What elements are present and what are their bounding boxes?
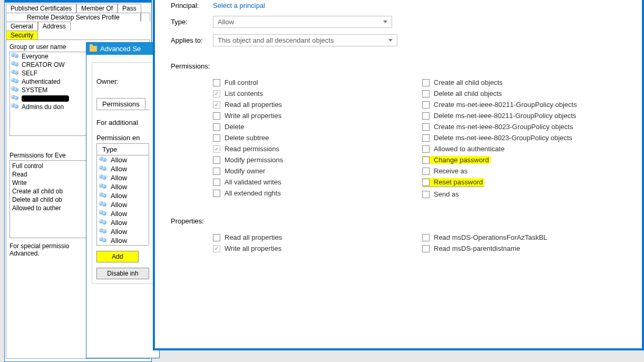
checkbox[interactable]	[422, 234, 430, 241]
users-icon	[99, 228, 108, 236]
checkbox[interactable]	[422, 90, 430, 97]
checkbox[interactable]	[213, 134, 220, 142]
checkbox[interactable]	[213, 168, 220, 175]
type-dropdown[interactable]: Allow	[213, 16, 392, 28]
permission-checkbox-row[interactable]: Modify permissions	[213, 156, 422, 164]
permission-checkbox-row[interactable]: List contents	[213, 90, 422, 97]
permission-checkbox-row[interactable]: Read msDS-OperationsForAzTaskBL	[422, 233, 631, 241]
tab-permissions[interactable]: Permissions	[96, 98, 145, 110]
checkbox-label: Write all properties	[225, 112, 281, 120]
permission-entry-row[interactable]: Allow	[97, 236, 149, 245]
checkbox[interactable]	[422, 168, 430, 175]
permission-checkbox-row[interactable]: Read msDS-parentdistname	[422, 244, 631, 252]
checkbox[interactable]	[422, 191, 430, 198]
checkbox[interactable]	[422, 145, 430, 153]
checkbox-label: Reset password	[434, 178, 483, 186]
permission-entry-row[interactable]: Allow	[97, 164, 149, 173]
permission-entry-row[interactable]: Allow	[97, 155, 149, 164]
redacted-group	[22, 95, 69, 102]
permission-checkbox-row[interactable]: Read all properties	[213, 233, 422, 241]
users-icon	[11, 70, 19, 77]
permission-checkbox-row[interactable]: Allowed to authenticate	[422, 145, 631, 153]
permission-checkbox-row[interactable]: Create ms-net-ieee-8023-GroupPolicy obje…	[422, 123, 631, 131]
users-icon	[11, 103, 19, 111]
permission-entry-row[interactable]: Allow	[97, 209, 149, 218]
applies-to-dropdown[interactable]: This object and all descendant objects	[213, 34, 397, 46]
checkbox-label: All validated writes	[225, 178, 281, 186]
permission-entry-row[interactable]: Allow	[97, 218, 149, 227]
checkbox[interactable]	[422, 123, 430, 131]
tab-security[interactable]: Security	[6, 31, 38, 40]
checkbox-label: Read msDS-parentdistname	[434, 244, 520, 252]
permission-entries-grid[interactable]: Type AllowAllowAllowAllowAllowAllowAllow…	[96, 143, 149, 246]
checkbox[interactable]	[213, 79, 220, 86]
checkbox[interactable]	[213, 145, 220, 153]
permission-checkbox-row[interactable]: Delete ms-net-ieee-80211-GroupPolicy obj…	[422, 112, 631, 120]
checkbox[interactable]	[213, 112, 220, 120]
tab-address[interactable]: Address	[38, 22, 71, 31]
checkbox-label: Delete subtree	[225, 134, 269, 142]
permission-entry-row[interactable]: Allow	[97, 191, 149, 200]
checkbox[interactable]	[213, 234, 220, 241]
tab-rds-profile[interactable]: Remote Desktop Services Profile	[6, 13, 141, 22]
permission-checkbox-row[interactable]: Delete ms-net-ieee-8023-GroupPolicy obje…	[422, 134, 631, 142]
permission-entry-row[interactable]: Allow	[97, 173, 149, 182]
tab-published-certificates[interactable]: Published Certificates	[6, 4, 76, 13]
permission-checkbox-row[interactable]: Read permissions	[213, 145, 422, 153]
permission-checkbox-row[interactable]: Send as	[422, 190, 631, 198]
tab-general[interactable]: General	[6, 22, 38, 31]
users-icon	[99, 156, 108, 164]
checkbox[interactable]	[422, 79, 430, 86]
users-icon	[11, 78, 19, 85]
permission-checkbox-row[interactable]: All validated writes	[213, 178, 422, 186]
checkbox[interactable]	[213, 190, 220, 197]
col-type[interactable]: Type	[97, 144, 149, 155]
permission-checkbox-row[interactable]: Change password	[422, 156, 491, 164]
properties-tabs: Published Certificates Member Of Pass Re…	[6, 4, 150, 40]
permission-entry-row[interactable]: Allow	[97, 200, 149, 209]
permission-checkbox-row[interactable]: Write all properties	[213, 244, 422, 252]
tab-member-of[interactable]: Member Of	[76, 4, 118, 13]
permission-checkbox-row[interactable]: Write all properties	[213, 112, 422, 120]
checkbox-label: Create ms-net-ieee-8023-GroupPolicy obje…	[434, 123, 573, 131]
checkbox[interactable]	[213, 245, 220, 252]
permission-entry-row[interactable]: Allow	[97, 227, 149, 236]
checkbox[interactable]	[422, 245, 430, 252]
checkbox[interactable]	[422, 101, 430, 109]
advanced-security-window: Advanced Se Owner: Permissions For addit…	[86, 42, 160, 358]
checkbox[interactable]	[422, 134, 430, 142]
permission-checkbox-row[interactable]: Full control	[213, 79, 422, 86]
permission-checkbox-row[interactable]: All extended rights	[213, 189, 422, 197]
checkbox[interactable]	[422, 179, 430, 186]
permission-checkbox-row[interactable]: Reset password	[422, 178, 484, 187]
checkbox[interactable]	[213, 90, 220, 97]
select-principal-link[interactable]: Select a principal	[213, 2, 265, 9]
add-button[interactable]: Add	[96, 251, 139, 262]
permission-entry-row[interactable]: Allow	[97, 182, 149, 191]
checkbox[interactable]	[213, 101, 220, 109]
checkbox-label: Receive as	[434, 167, 467, 175]
permission-checkbox-row[interactable]: Create all child objects	[422, 79, 631, 86]
checkbox-label: Delete	[225, 123, 245, 131]
permission-checkbox-row[interactable]: Delete all child objects	[422, 90, 631, 97]
permission-checkbox-row[interactable]: Read all properties	[213, 101, 422, 109]
permission-checkbox-row[interactable]: Delete subtree	[213, 134, 422, 142]
users-icon	[99, 237, 108, 244]
checkbox-label: Read msDS-OperationsForAzTaskBL	[434, 233, 547, 241]
checkbox[interactable]	[213, 179, 220, 186]
checkbox[interactable]	[422, 112, 430, 120]
tab-password[interactable]: Pass	[118, 4, 141, 13]
permission-checkbox-row[interactable]: Create ms-net-ieee-80211-GroupPolicy obj…	[422, 101, 631, 109]
disable-inheritance-button[interactable]: Disable inh	[96, 268, 149, 279]
checkbox[interactable]	[422, 156, 430, 164]
permission-checkbox-row[interactable]: Receive as	[422, 167, 631, 175]
owner-label: Owner:	[96, 77, 149, 85]
checkbox[interactable]	[213, 156, 220, 164]
checkbox-label: Delete ms-net-ieee-8023-GroupPolicy obje…	[434, 134, 572, 142]
users-icon	[99, 210, 108, 218]
applies-to-label: Applies to:	[171, 36, 213, 44]
permission-checkbox-row[interactable]: Delete	[213, 123, 422, 131]
checkbox[interactable]	[213, 123, 220, 131]
properties-header: Properties:	[171, 217, 631, 225]
permission-checkbox-row[interactable]: Modify owner	[213, 167, 422, 175]
